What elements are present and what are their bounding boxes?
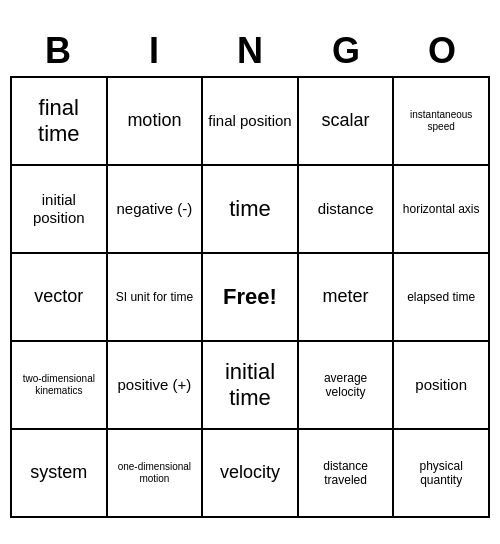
bingo-cell: instantaneous speed xyxy=(394,78,490,166)
bingo-header: BINGO xyxy=(10,26,490,76)
header-letter: I xyxy=(106,26,202,76)
cell-text: two-dimensional kinematics xyxy=(16,373,102,397)
bingo-cell: scalar xyxy=(299,78,395,166)
bingo-cell: motion xyxy=(108,78,204,166)
cell-text: meter xyxy=(323,286,369,308)
bingo-cell: average velocity xyxy=(299,342,395,430)
cell-text: distance xyxy=(318,200,374,218)
cell-text: horizontal axis xyxy=(403,202,480,216)
bingo-cell: time xyxy=(203,166,299,254)
cell-text: scalar xyxy=(322,110,370,132)
header-letter: B xyxy=(10,26,106,76)
bingo-cell: final time xyxy=(12,78,108,166)
cell-text: position xyxy=(415,376,467,394)
bingo-cell: initial time xyxy=(203,342,299,430)
cell-text: motion xyxy=(127,110,181,132)
cell-text: elapsed time xyxy=(407,290,475,304)
cell-text: one-dimensional motion xyxy=(112,461,198,485)
cell-text: average velocity xyxy=(303,371,389,400)
header-letter: O xyxy=(394,26,490,76)
cell-text: velocity xyxy=(220,462,280,484)
cell-text: initial time xyxy=(207,359,293,412)
cell-text: distance traveled xyxy=(303,459,389,488)
cell-text: Free! xyxy=(223,284,277,310)
bingo-cell: system xyxy=(12,430,108,518)
cell-text: time xyxy=(229,196,271,222)
cell-text: final position xyxy=(208,112,291,130)
cell-text: instantaneous speed xyxy=(398,109,484,133)
cell-text: vector xyxy=(34,286,83,308)
bingo-cell: meter xyxy=(299,254,395,342)
bingo-cell: vector xyxy=(12,254,108,342)
bingo-cell: velocity xyxy=(203,430,299,518)
bingo-cell: one-dimensional motion xyxy=(108,430,204,518)
bingo-cell: final position xyxy=(203,78,299,166)
cell-text: system xyxy=(30,462,87,484)
cell-text: negative (-) xyxy=(116,200,192,218)
bingo-cell: position xyxy=(394,342,490,430)
bingo-cell: positive (+) xyxy=(108,342,204,430)
bingo-cell: physical quantity xyxy=(394,430,490,518)
bingo-cell: distance xyxy=(299,166,395,254)
bingo-cell: negative (-) xyxy=(108,166,204,254)
bingo-cell: horizontal axis xyxy=(394,166,490,254)
bingo-card: BINGO final timemotionfinal positionscal… xyxy=(10,26,490,518)
bingo-cell: Free! xyxy=(203,254,299,342)
bingo-cell: elapsed time xyxy=(394,254,490,342)
bingo-cell: two-dimensional kinematics xyxy=(12,342,108,430)
header-letter: G xyxy=(298,26,394,76)
cell-text: initial position xyxy=(16,191,102,227)
cell-text: final time xyxy=(16,95,102,148)
cell-text: physical quantity xyxy=(398,459,484,488)
cell-text: SI unit for time xyxy=(116,290,193,304)
bingo-grid: final timemotionfinal positionscalarinst… xyxy=(10,76,490,518)
cell-text: positive (+) xyxy=(118,376,192,394)
header-letter: N xyxy=(202,26,298,76)
bingo-cell: SI unit for time xyxy=(108,254,204,342)
bingo-cell: initial position xyxy=(12,166,108,254)
bingo-cell: distance traveled xyxy=(299,430,395,518)
